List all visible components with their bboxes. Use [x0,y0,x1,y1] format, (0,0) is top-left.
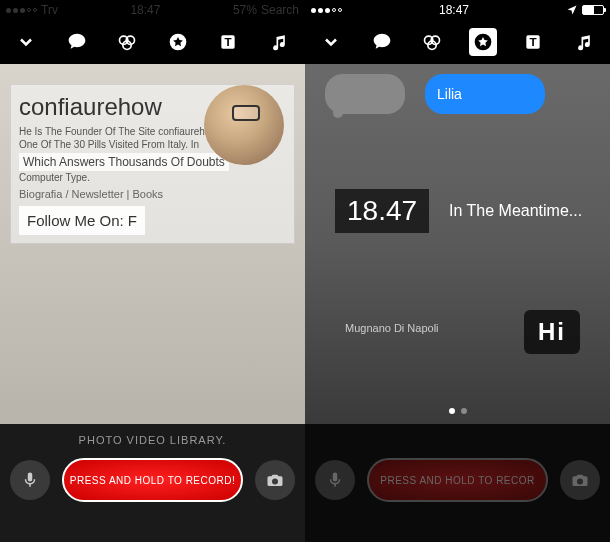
status-right [566,4,604,16]
bottom-bar: PHOTO VIDEO LIBRARY. PRESS AND HOLD TO R… [0,424,305,542]
bubble-text: Lilia [437,86,462,102]
profile-highlight: Which Answers Thousands Of Doubts [19,153,229,171]
time-stamp: 18.47 [335,189,429,233]
star-icon[interactable] [469,28,497,56]
svg-text:T: T [225,35,232,48]
record-label: PRESS AND HOLD TO RECORD! [70,475,236,486]
time-overlay[interactable]: 18.47 In The Meantime... [335,189,582,233]
record-button[interactable]: PRESS AND HOLD TO RECOR [367,458,548,502]
avatar [204,85,284,165]
toolbar: T [0,20,305,64]
music-icon[interactable] [570,28,598,56]
status-right: 57% Search [233,3,299,17]
controls-row: PRESS AND HOLD TO RECORD! [0,458,305,502]
bottom-bar: PRESS AND HOLD TO RECOR [305,424,610,542]
chat-icon[interactable] [368,28,396,56]
page-dot-2[interactable] [461,408,467,414]
battery-pct: 57% [233,3,257,17]
profile-links[interactable]: Biografia / Newsletter | Books [19,188,286,200]
status-left [311,8,342,13]
location-stamp[interactable]: Mugnano Di Napoli [345,322,439,334]
status-time: 18:47 [130,3,160,17]
chat-bubbles: Lilia [315,74,600,114]
page-dot-1[interactable] [449,408,455,414]
battery-icon [582,5,604,15]
mic-button[interactable] [10,460,50,500]
camera-button[interactable] [255,460,295,500]
content-area: Lilia 18.47 In The Meantime... Mugnano D… [305,64,610,424]
profile-follow[interactable]: Follow Me On: F [19,206,145,235]
signal-icon [6,8,37,13]
carrier-label: Trv [41,3,58,17]
camera-button[interactable] [560,460,600,500]
text-icon[interactable]: T [214,28,242,56]
text-icon[interactable]: T [519,28,547,56]
music-icon[interactable] [265,28,293,56]
library-label[interactable]: PHOTO VIDEO LIBRARY. [0,434,305,446]
record-label: PRESS AND HOLD TO RECOR [380,475,535,486]
screen-left: Trv 18:47 57% Search T confiaurehow [0,0,305,542]
signal-icon [311,8,342,13]
filter-icon[interactable] [418,28,446,56]
profile-type: Computer Type. [19,171,286,184]
mic-button[interactable] [315,460,355,500]
status-left: Trv [6,3,58,17]
toolbar: T [305,20,610,64]
meantime-text: In The Meantime... [449,202,582,220]
status-bar: Trv 18:47 57% Search [0,0,305,20]
filter-icon[interactable] [113,28,141,56]
status-time: 18:47 [439,3,469,17]
profile-card: confiaurehow He Is The Founder Of The Si… [10,84,295,244]
content-area: confiaurehow He Is The Founder Of The Si… [0,64,305,424]
chat-bubble-incoming [325,74,405,114]
controls-row: PRESS AND HOLD TO RECOR [305,458,610,502]
chevron-down-icon[interactable] [317,28,345,56]
chat-bubble-outgoing: Lilia [425,74,545,114]
page-indicator [449,408,467,414]
status-bar: 18:47 [305,0,610,20]
chat-icon[interactable] [63,28,91,56]
star-icon[interactable] [164,28,192,56]
record-button[interactable]: PRESS AND HOLD TO RECORD! [62,458,243,502]
hi-badge[interactable]: Hi [524,310,580,354]
svg-text:T: T [530,35,537,48]
library-label [305,434,610,446]
chevron-down-icon[interactable] [12,28,40,56]
location-arrow-icon [566,4,578,16]
search-label: Search [261,3,299,17]
screen-right: 18:47 T Lilia [305,0,610,542]
